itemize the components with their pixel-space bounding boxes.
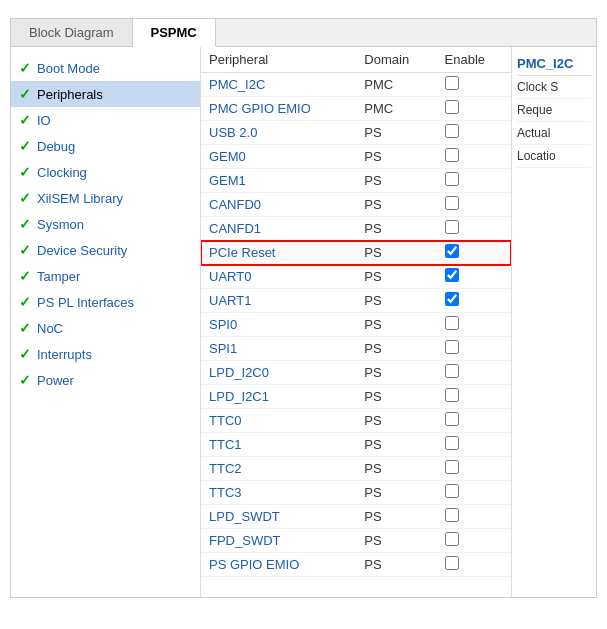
sidebar-item-noc[interactable]: ✓NoC [11,315,200,341]
tab-block-diagram[interactable]: Block Diagram [11,19,133,46]
sidebar-item-boot-mode[interactable]: ✓Boot Mode [11,55,200,81]
peripheral-name-cell[interactable]: GEM0 [201,145,356,169]
enable-cell[interactable] [437,385,511,409]
enable-cell[interactable] [437,289,511,313]
peripheral-name-cell[interactable]: USB 2.0 [201,121,356,145]
enable-cell[interactable] [437,553,511,577]
sidebar-label-xilsem: XilSEM Library [37,191,123,206]
peripheral-name-cell[interactable]: TTC2 [201,457,356,481]
enable-cell[interactable] [437,241,511,265]
table-row: LPD_I2C1PS [201,385,511,409]
sidebar-item-tamper[interactable]: ✓Tamper [11,263,200,289]
sidebar-item-device-security[interactable]: ✓Device Security [11,237,200,263]
right-panel-row: Reque [517,99,591,122]
table-row: TTC3PS [201,481,511,505]
enable-cell[interactable] [437,193,511,217]
sidebar-item-xilsem[interactable]: ✓XilSEM Library [11,185,200,211]
sidebar-item-ps-pl-interfaces[interactable]: ✓PS PL Interfaces [11,289,200,315]
enable-checkbox[interactable] [445,460,459,474]
enable-cell[interactable] [437,361,511,385]
check-icon-xilsem: ✓ [19,190,31,206]
domain-cell: PMC [356,97,436,121]
right-panel-header: PMC_I2C [517,52,591,76]
check-icon-sysmon: ✓ [19,216,31,232]
enable-cell[interactable] [437,313,511,337]
enable-cell[interactable] [437,217,511,241]
peripheral-name-cell[interactable]: TTC0 [201,409,356,433]
domain-cell: PS [356,241,436,265]
enable-cell[interactable] [437,409,511,433]
sidebar-item-peripherals[interactable]: ✓Peripherals [11,81,200,107]
sidebar-item-debug[interactable]: ✓Debug [11,133,200,159]
peripheral-name-cell[interactable]: LPD_I2C0 [201,361,356,385]
enable-cell[interactable] [437,457,511,481]
peripheral-name-cell[interactable]: LPD_SWDT [201,505,356,529]
domain-cell: PS [356,193,436,217]
enable-checkbox[interactable] [445,148,459,162]
enable-cell[interactable] [437,73,511,97]
peripheral-name-cell[interactable]: UART1 [201,289,356,313]
domain-cell: PS [356,265,436,289]
table-row: CANFD0PS [201,193,511,217]
enable-cell[interactable] [437,481,511,505]
check-icon-noc: ✓ [19,320,31,336]
enable-checkbox[interactable] [445,124,459,138]
col-header-domain: Domain [356,47,436,73]
peripheral-name-cell[interactable]: PMC_I2C [201,73,356,97]
peripheral-name-cell[interactable]: SPI1 [201,337,356,361]
enable-checkbox[interactable] [445,76,459,90]
peripheral-name-cell[interactable]: TTC3 [201,481,356,505]
enable-checkbox[interactable] [445,388,459,402]
enable-checkbox[interactable] [445,316,459,330]
col-header-enable: Enable [437,47,511,73]
peripheral-name-cell[interactable]: TTC1 [201,433,356,457]
enable-checkbox[interactable] [445,292,459,306]
check-icon-power: ✓ [19,372,31,388]
enable-cell[interactable] [437,97,511,121]
peripheral-name-cell[interactable]: PS GPIO EMIO [201,553,356,577]
enable-checkbox[interactable] [445,484,459,498]
enable-checkbox[interactable] [445,268,459,282]
sidebar-item-clocking[interactable]: ✓Clocking [11,159,200,185]
sidebar-item-power[interactable]: ✓Power [11,367,200,393]
enable-checkbox[interactable] [445,556,459,570]
enable-checkbox[interactable] [445,196,459,210]
enable-checkbox[interactable] [445,532,459,546]
table-row: LPD_I2C0PS [201,361,511,385]
peripheral-name-cell[interactable]: SPI0 [201,313,356,337]
enable-cell[interactable] [437,505,511,529]
enable-cell[interactable] [437,529,511,553]
enable-checkbox[interactable] [445,364,459,378]
enable-checkbox[interactable] [445,220,459,234]
sidebar-label-interrupts: Interrupts [37,347,92,362]
domain-cell: PS [356,457,436,481]
enable-cell[interactable] [437,121,511,145]
enable-checkbox[interactable] [445,100,459,114]
enable-cell[interactable] [437,169,511,193]
sidebar-item-interrupts[interactable]: ✓Interrupts [11,341,200,367]
enable-cell[interactable] [437,337,511,361]
enable-cell[interactable] [437,145,511,169]
peripheral-name-cell[interactable]: PCIe Reset [201,241,356,265]
enable-checkbox[interactable] [445,340,459,354]
peripheral-name-cell[interactable]: CANFD0 [201,193,356,217]
sidebar-item-sysmon[interactable]: ✓Sysmon [11,211,200,237]
peripheral-name-cell[interactable]: UART0 [201,265,356,289]
enable-cell[interactable] [437,433,511,457]
sidebar-item-io[interactable]: ✓IO [11,107,200,133]
enable-checkbox[interactable] [445,244,459,258]
tab-pspmc[interactable]: PSPMC [133,19,216,47]
sidebar-label-tamper: Tamper [37,269,80,284]
peripheral-name-cell[interactable]: LPD_I2C1 [201,385,356,409]
enable-checkbox[interactable] [445,508,459,522]
enable-cell[interactable] [437,265,511,289]
peripheral-name-cell[interactable]: PMC GPIO EMIO [201,97,356,121]
enable-checkbox[interactable] [445,436,459,450]
peripheral-name-cell[interactable]: FPD_SWDT [201,529,356,553]
domain-cell: PS [356,121,436,145]
enable-checkbox[interactable] [445,412,459,426]
peripheral-name-cell[interactable]: GEM1 [201,169,356,193]
domain-cell: PS [356,481,436,505]
enable-checkbox[interactable] [445,172,459,186]
peripheral-name-cell[interactable]: CANFD1 [201,217,356,241]
